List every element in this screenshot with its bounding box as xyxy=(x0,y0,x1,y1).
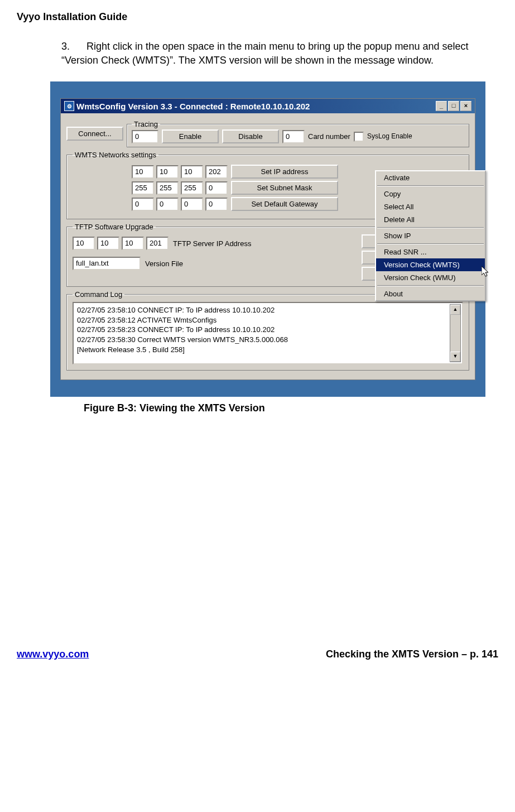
footer-link[interactable]: www.vyyo.com xyxy=(17,648,89,660)
gw-octet-1[interactable]: 0 xyxy=(132,198,154,211)
command-log-text[interactable]: 02/27/05 23:58:10 CONNECT IP: To IP addr… xyxy=(73,302,463,364)
mask-octet-2[interactable]: 255 xyxy=(156,181,179,195)
step-number: 3. xyxy=(61,41,70,52)
menu-activate[interactable]: Activate xyxy=(376,171,485,184)
gw-octet-4[interactable]: 0 xyxy=(205,198,228,211)
scroll-up-icon[interactable]: ▲ xyxy=(450,305,460,315)
app-icon: ⚙ xyxy=(64,101,74,111)
menu-read-snr[interactable]: Read SNR ... xyxy=(376,246,485,258)
window-titlebar: ⚙ WmtsConfig Version 3.3 - Connected : R… xyxy=(61,99,475,113)
log-line: 02/27/05 23:58:10 CONNECT IP: To IP addr… xyxy=(77,305,459,315)
menu-version-check-wmu[interactable]: Version Check (WMU) xyxy=(376,271,485,284)
tracing-value-input[interactable]: 0 xyxy=(132,130,158,143)
card-number-input[interactable]: 0 xyxy=(282,130,305,143)
scroll-down-icon[interactable]: ▼ xyxy=(450,352,460,362)
mask-octet-1[interactable]: 255 xyxy=(132,181,154,195)
syslog-enable-label: SysLog Enable xyxy=(367,133,412,140)
tftp-ip-2[interactable]: 10 xyxy=(97,237,119,250)
card-number-label: Card number xyxy=(308,132,350,141)
gw-octet-3[interactable]: 0 xyxy=(181,198,203,211)
ip-octet-1[interactable]: 10 xyxy=(132,165,154,179)
minimize-button[interactable]: _ xyxy=(436,101,447,111)
tftp-ip-label: TFTP Server IP Address xyxy=(173,239,251,248)
set-ip-button[interactable]: Set IP address xyxy=(231,165,338,179)
cursor-icon xyxy=(482,266,492,278)
window-title: WmtsConfig Version 3.3 - Connected : Rem… xyxy=(76,102,310,111)
menu-about[interactable]: About xyxy=(376,287,485,300)
log-line: 02/27/05 23:58:12 ACTIVATE WmtsConfigs xyxy=(77,315,459,325)
tftp-ip-1[interactable]: 10 xyxy=(73,237,95,250)
log-line: [Network Release 3.5 , Build 258] xyxy=(77,345,459,355)
figure-caption: Figure B-3: Viewing the XMTS Version xyxy=(84,402,498,414)
mask-octet-3[interactable]: 255 xyxy=(181,181,203,195)
connect-button[interactable]: Connect... xyxy=(66,127,123,141)
command-log-legend: Command Log xyxy=(73,290,124,299)
log-line: 02/27/05 23:58:23 CONNECT IP: To IP addr… xyxy=(77,325,459,335)
menu-select-all[interactable]: Select All xyxy=(376,200,485,213)
version-file-input[interactable]: full_lan.txt xyxy=(73,257,141,270)
log-scrollbar[interactable]: ▲ ▼ xyxy=(450,304,461,362)
step-text: Right click in the open space in the mai… xyxy=(61,41,468,66)
screenshot-container: ⚙ WmtsConfig Version 3.3 - Connected : R… xyxy=(50,81,485,397)
log-line: 02/27/05 23:58:30 Correct WMTS version W… xyxy=(77,335,459,345)
app-window: ⚙ WmtsConfig Version 3.3 - Connected : R… xyxy=(60,98,475,380)
syslog-enable-checkbox[interactable] xyxy=(354,132,364,142)
svg-marker-0 xyxy=(482,266,488,276)
ip-octet-2[interactable]: 10 xyxy=(156,165,179,179)
command-log-group: Command Log 02/27/05 23:58:10 CONNECT IP… xyxy=(66,290,469,371)
page-footer: www.vyyo.com Checking the XMTS Version –… xyxy=(17,648,498,660)
tftp-legend: TFTP Software Upgrade xyxy=(73,223,156,231)
menu-version-check-wmts[interactable]: Version Check (WMTS) xyxy=(376,258,485,271)
doc-header: Vyyo Installation Guide xyxy=(17,11,498,23)
tracing-legend: Tracing xyxy=(132,120,160,128)
instruction-step: 3. Right click in the open space in the … xyxy=(61,40,476,68)
tracing-disable-button[interactable]: Disable xyxy=(222,129,279,143)
close-button[interactable]: × xyxy=(460,101,471,111)
menu-copy[interactable]: Copy xyxy=(376,188,485,200)
set-mask-button[interactable]: Set Subnet Mask xyxy=(231,181,338,195)
set-gw-button[interactable]: Set Default Gateway xyxy=(231,197,338,211)
menu-delete-all[interactable]: Delete All xyxy=(376,213,485,226)
menu-show-ip[interactable]: Show IP xyxy=(376,229,485,242)
mask-octet-4[interactable]: 0 xyxy=(205,181,228,195)
maximize-button[interactable]: □ xyxy=(448,101,459,111)
gw-octet-2[interactable]: 0 xyxy=(156,198,179,211)
networks-legend: WMTS Networks settings xyxy=(73,151,158,159)
ip-octet-3[interactable]: 10 xyxy=(181,165,203,179)
context-menu: Activate Copy Select All Delete All Show… xyxy=(375,170,486,301)
version-file-label: Version File xyxy=(145,260,183,268)
ip-octet-4[interactable]: 202 xyxy=(205,165,228,179)
tracing-enable-button[interactable]: Enable xyxy=(162,129,219,143)
tftp-ip-3[interactable]: 10 xyxy=(122,237,144,250)
footer-page-info: Checking the XMTS Version – p. 141 xyxy=(326,648,498,660)
tftp-ip-4[interactable]: 201 xyxy=(146,237,169,250)
